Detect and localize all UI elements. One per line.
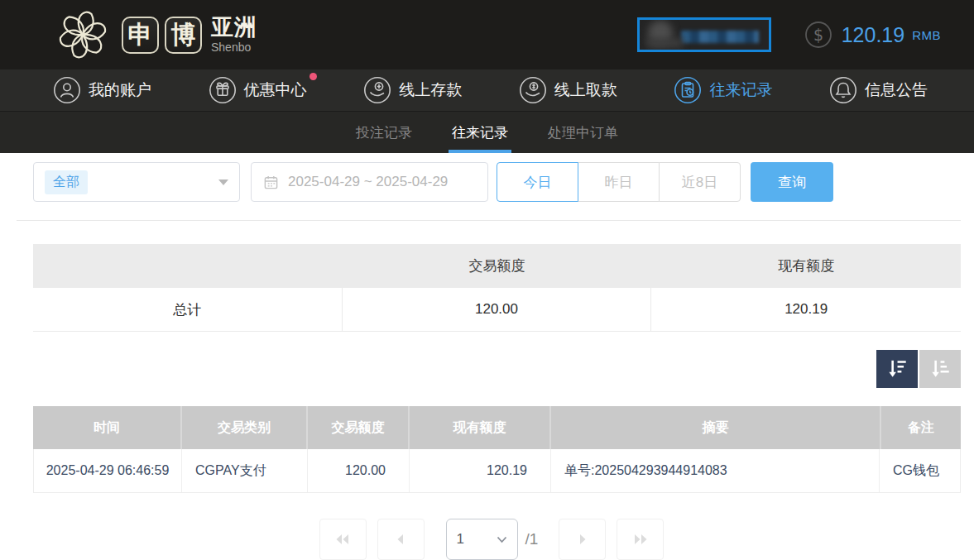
gift-icon — [209, 76, 237, 104]
top-header: 申 博 亚洲 Shenbo $ 120.19 RMB — [0, 0, 974, 69]
first-page-button[interactable] — [319, 519, 367, 560]
tab-bet-records[interactable]: 投注记录 — [354, 112, 414, 153]
user-icon — [53, 76, 81, 104]
records-table: 时间 交易类别 交易额度 现有额度 摘要 备注 2025-04-29 06:46… — [33, 406, 961, 493]
row-type: CGPAY支付 — [181, 449, 307, 492]
main-navigation: 我的账户 优惠中心 线上存款 线上取款 — [0, 69, 974, 111]
nav-item-online-deposit[interactable]: 线上存款 — [363, 76, 462, 104]
col-trade-amount: 交易额度 — [306, 406, 408, 449]
sort-asc-icon — [928, 357, 952, 381]
nav-item-announcements[interactable]: 信息公告 — [829, 76, 928, 104]
tab-transaction-records[interactable]: 往来记录 — [450, 112, 510, 153]
type-selected-tag: 全部 — [45, 170, 88, 194]
nav-label: 线上取款 — [554, 79, 617, 101]
nav-item-online-withdraw[interactable]: 线上取款 — [519, 76, 617, 104]
chevron-down-icon — [497, 536, 507, 543]
flower-logo-icon — [51, 5, 114, 65]
chevron-down-icon — [218, 179, 228, 185]
next-page-icon — [573, 530, 592, 548]
records-table-header: 时间 交易类别 交易额度 现有额度 摘要 备注 — [33, 406, 961, 449]
nav-label: 线上存款 — [399, 79, 462, 101]
records-icon — [674, 76, 702, 104]
page-select-value: 1 — [457, 531, 464, 548]
withdraw-icon — [519, 76, 547, 104]
col-summary: 摘要 — [549, 406, 880, 449]
row-remark: CG钱包 — [879, 449, 960, 492]
last-page-button[interactable] — [617, 519, 664, 560]
sort-controls — [33, 350, 961, 388]
summary-header-balance: 现有额度 — [651, 244, 961, 288]
pagination: 1 /1 — [33, 519, 961, 560]
summary-header-blank — [33, 244, 343, 288]
summary-total-trade: 120.00 — [343, 288, 652, 332]
summary-total-balance: 120.19 — [651, 288, 961, 332]
brand-region: 亚洲 — [211, 17, 257, 39]
main-content: 全部 2025-04-29 ~ 2025-04-29 今日 昨日 近8日 查询 … — [0, 162, 974, 560]
col-type: 交易类别 — [180, 406, 306, 449]
redacted-text-blob — [681, 31, 759, 43]
redacted-blob — [646, 38, 683, 48]
last-page-icon — [631, 530, 650, 548]
sort-ascending-button[interactable] — [919, 350, 961, 388]
table-row: 2025-04-29 06:46:59 CGPAY支付 120.00 120.1… — [33, 449, 961, 493]
row-summary: 单号:202504293944914083 — [550, 449, 879, 492]
today-button[interactable]: 今日 — [497, 162, 578, 202]
page-total: /1 — [525, 530, 539, 548]
tab-processing-orders[interactable]: 处理中订单 — [546, 112, 620, 153]
first-page-icon — [333, 530, 352, 548]
section-divider — [17, 220, 961, 221]
notification-dot — [309, 73, 317, 80]
summary-total-label: 总计 — [33, 288, 343, 332]
col-time: 时间 — [33, 406, 180, 449]
row-trade-amount: 120.00 — [307, 449, 409, 492]
nav-label: 往来记录 — [709, 79, 772, 101]
nav-item-my-account[interactable]: 我的账户 — [53, 76, 151, 104]
balance-display: $ 120.19 RMB — [804, 21, 941, 49]
nav-item-promotions[interactable]: 优惠中心 — [209, 76, 307, 104]
col-balance: 现有额度 — [408, 406, 549, 449]
quick-date-group: 今日 昨日 近8日 — [497, 162, 741, 202]
search-button[interactable]: 查询 — [751, 162, 833, 202]
row-balance: 120.19 — [409, 449, 550, 492]
filter-row: 全部 2025-04-29 ~ 2025-04-29 今日 昨日 近8日 查询 — [33, 162, 961, 202]
balance-amount: 120.19 — [842, 23, 904, 47]
deposit-icon — [363, 76, 391, 104]
sort-desc-icon — [885, 357, 909, 381]
date-range-value: 2025-04-29 ~ 2025-04-29 — [288, 174, 448, 190]
date-range-input[interactable]: 2025-04-29 ~ 2025-04-29 — [251, 162, 488, 202]
yesterday-button[interactable]: 昨日 — [578, 162, 660, 202]
username-redacted[interactable] — [637, 17, 771, 52]
nav-label: 信息公告 — [865, 79, 928, 101]
svg-text:$: $ — [813, 26, 823, 44]
brand-logo: 申 博 亚洲 Shenbo — [51, 5, 257, 65]
row-time: 2025-04-29 06:46:59 — [34, 449, 181, 492]
calendar-icon — [263, 175, 279, 190]
dollar-circle-icon: $ — [804, 21, 832, 49]
summary-header-trade: 交易额度 — [343, 244, 652, 288]
nav-label: 我的账户 — [89, 79, 151, 101]
prev-page-button[interactable] — [377, 519, 425, 560]
summary-table: 交易额度 现有额度 总计 120.00 120.19 — [33, 244, 961, 332]
record-subtabs: 投注记录 往来记录 处理中订单 — [0, 111, 974, 153]
brand-char-shen: 申 — [122, 17, 159, 54]
balance-currency: RMB — [912, 28, 941, 42]
page-select[interactable]: 1 — [446, 519, 518, 560]
brand-char-bo: 博 — [165, 17, 202, 54]
nav-label: 优惠中心 — [244, 79, 307, 101]
bell-icon — [829, 76, 857, 104]
next-page-button[interactable] — [559, 519, 606, 560]
nav-item-transaction-records[interactable]: 往来记录 — [674, 76, 772, 104]
sort-descending-button[interactable] — [876, 350, 918, 388]
prev-page-icon — [391, 530, 410, 548]
last-8-days-button[interactable]: 近8日 — [659, 162, 741, 202]
brand-subtitle: Shenbo — [211, 41, 257, 53]
type-select[interactable]: 全部 — [33, 162, 240, 202]
col-remark: 备注 — [880, 406, 961, 449]
